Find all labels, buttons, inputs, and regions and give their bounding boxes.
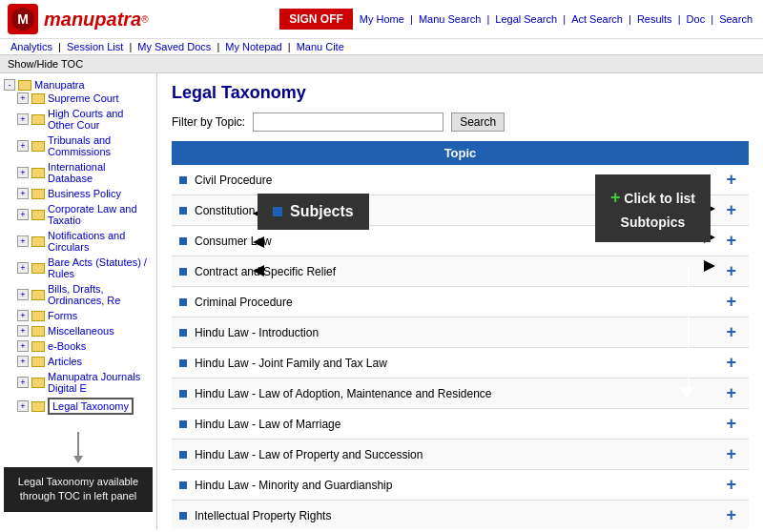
sign-off-button[interactable]: SIGN OFF [279,9,353,30]
toc-item-4: + Business Policy [17,186,153,201]
toc-expand-0[interactable]: + [17,92,29,104]
topic-label-7[interactable]: Hindu Law - Law of Adoption, Maintenance… [195,387,492,400]
filter-input[interactable] [253,113,443,132]
toc-label-7[interactable]: + Bare Acts (Statutes) / Rules [17,256,153,279]
topic-plus-btn-11[interactable]: + [721,505,741,525]
nav-doc[interactable]: Doc [687,13,706,25]
topic-label-0[interactable]: Civil Procedure [195,174,272,187]
toc-expand-14[interactable]: + [17,400,29,412]
toc-root-label[interactable]: - Manupatra [4,79,153,91]
nav-manu-search[interactable]: Manu Search [419,13,481,25]
topic-label-3[interactable]: Contract and Specific Relief [195,265,336,278]
toc-text-2: Tribunals and Commissions [48,134,153,157]
toc-expand-10[interactable]: + [17,325,29,337]
topic-cell-8: Hindu Law - Law of Marriage + [172,409,749,439]
arrow-right-3-icon [704,260,715,272]
toc-label-12[interactable]: + Articles [17,356,153,367]
topic-label-4[interactable]: Criminal Procedure [195,296,293,309]
right-panel: Legal Taxonomy Filter by Topic: Search S… [157,73,763,529]
nav-legal-search[interactable]: Legal Search [495,13,557,25]
topic-cell-10: Hindu Law - Minority and Guardianship + [172,470,749,500]
nav-analytics[interactable]: Analytics [10,41,52,52]
topic-label-10[interactable]: Hindu Law - Minority and Guardianship [195,479,392,492]
toc-text-7: Bare Acts (Statutes) / Rules [48,256,153,279]
topic-plus-btn-1[interactable]: + [721,200,741,220]
left-annotation-area: Legal Taxonomy available through TOC in … [0,432,156,512]
toc-expand-root[interactable]: - [4,79,15,91]
subjects-annotation-text: Subjects [290,203,354,220]
toc-text-13: Manupatra Journals Digital E [48,371,153,394]
nav-notepad[interactable]: My Notepad [225,41,281,52]
nav-manu-cite[interactable]: Manu Cite [297,41,344,52]
topic-bullet-2 [179,237,187,245]
toc-expand-13[interactable]: + [17,377,29,388]
search-button[interactable]: Search [451,113,505,132]
topic-label-6[interactable]: Hindu Law - Joint Family and Tax Law [195,357,387,370]
toc-item-7: + Bare Acts (Statutes) / Rules [17,255,153,281]
toc-label-1[interactable]: + High Courts and Other Cour [17,108,153,131]
topic-label-8[interactable]: Hindu Law - Law of Marriage [195,418,340,431]
toc-label-4[interactable]: + Business Policy [17,188,153,199]
show-hide-toc-button[interactable]: Show/Hide TOC [0,55,763,73]
topic-plus-btn-5[interactable]: + [721,322,741,342]
toc-label-13[interactable]: + Manupatra Journals Digital E [17,371,153,394]
toc-expand-7[interactable]: + [17,262,29,274]
blue-square-icon [273,207,282,216]
toc-label-2[interactable]: + Tribunals and Commissions [17,134,153,157]
toc-folder-8 [31,290,45,300]
toc-label-0[interactable]: + Supreme Court [17,92,153,104]
topic-plus-btn-2[interactable]: + [721,231,741,251]
nav-search[interactable]: Search [719,13,753,25]
toc-expand-8[interactable]: + [17,289,29,300]
topic-bullet-9 [179,451,187,459]
topic-plus-btn-6[interactable]: + [721,353,741,373]
plus-icon: + [610,188,621,207]
toc-folder-11 [31,341,45,352]
topic-plus-btn-3[interactable]: + [721,261,741,281]
topic-plus-btn-9[interactable]: + [721,444,741,464]
toc-expand-11[interactable]: + [17,340,29,352]
nav-my-home[interactable]: My Home [360,13,404,25]
topic-plus-btn-4[interactable]: + [721,292,741,312]
toc-text-12: Articles [48,356,82,367]
table-row: Hindu Law - Joint Family and Tax Law + [172,348,749,379]
toc-expand-5[interactable]: + [17,209,29,220]
topic-bullet-1 [179,207,187,215]
left-annotation-box: Legal Taxonomy available through TOC in … [4,467,153,512]
toc-label-5[interactable]: + Corporate Law and Taxatio [17,203,153,226]
toc-item-9: + Forms [17,308,153,323]
toc-label-14[interactable]: + Legal Taxonomy [17,398,153,415]
toc-expand-12[interactable]: + [17,356,29,367]
nav-saved-docs[interactable]: My Saved Docs [137,41,211,52]
topic-name-4: Criminal Procedure [179,296,293,309]
toc-label-10[interactable]: + Miscellaneous [17,325,153,337]
toc-folder-root [18,80,31,91]
nav-act-search[interactable]: Act Search [571,13,623,25]
table-row: Criminal Procedure + [172,287,749,317]
topic-plus-btn-0[interactable]: + [721,170,741,190]
topic-bullet-0 [179,176,187,184]
arrow-down-icon [73,456,83,463]
topic-plus-btn-10[interactable]: + [721,475,741,495]
nav-results[interactable]: Results [637,13,672,25]
topic-cell-5: Hindu Law - Introduction + [172,317,749,347]
topic-plus-btn-7[interactable]: + [721,383,741,403]
nav-session-list[interactable]: Session List [67,41,123,52]
toc-label-11[interactable]: + e-Books [17,340,153,352]
toc-expand-9[interactable]: + [17,310,29,321]
toc-expand-2[interactable]: + [17,140,29,152]
topic-label-11[interactable]: Intellectual Property Rights [195,509,331,522]
toc-label-3[interactable]: + International Database [17,161,153,184]
toc-expand-1[interactable]: + [17,113,29,125]
toc-expand-6[interactable]: + [17,235,29,247]
topic-label-9[interactable]: Hindu Law - Law of Property and Successi… [195,448,423,461]
toc-expand-3[interactable]: + [17,167,29,178]
toc-text-1: High Courts and Other Cour [48,108,153,131]
topic-plus-btn-8[interactable]: + [721,414,741,434]
toc-label-9[interactable]: + Forms [17,310,153,321]
toc-text-14: Legal Taxonomy [48,398,134,415]
toc-expand-4[interactable]: + [17,188,29,199]
topic-label-5[interactable]: Hindu Law - Introduction [195,326,319,339]
toc-label-8[interactable]: + Bills, Drafts, Ordinances, Re [17,283,153,306]
toc-label-6[interactable]: + Notifications and Circulars [17,230,153,253]
